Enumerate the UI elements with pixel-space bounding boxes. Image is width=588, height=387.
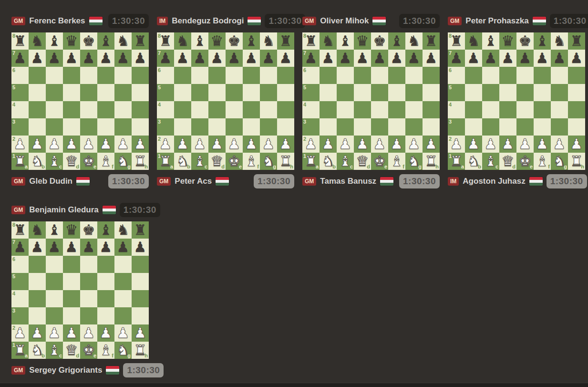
chess-piece-bp: ♟: [174, 50, 191, 67]
board-square: ♟: [465, 50, 482, 67]
game-card[interactable]: GMBenjamin Gledura1:30:308♜♞♝♛♚♝♞♜7♟♟♟♟♟…: [11, 202, 149, 378]
chess-piece-wb: ♝: [46, 342, 63, 359]
board-square: [80, 101, 97, 118]
game-card[interactable]: GMPeter Prohaszka1:30:308♜♞♝♛♚♝♞♜7♟♟♟♟♟♟…: [448, 13, 585, 189]
board-square: h♜: [568, 153, 585, 170]
title-badge: IM: [448, 177, 459, 186]
board-square: 1a♜: [11, 153, 29, 170]
board-square: ♟: [132, 239, 149, 256]
board-square: ♟: [63, 324, 80, 342]
board-square: ♟: [534, 136, 551, 153]
chess-piece-wp: ♟: [277, 136, 294, 153]
chess-piece-bp: ♟: [114, 50, 132, 67]
board-square: [320, 101, 337, 118]
chess-piece-wn: ♞: [174, 153, 191, 170]
chess-piece-bb: ♝: [534, 32, 551, 50]
chess-piece-br: ♜: [11, 221, 29, 239]
chess-piece-bb: ♝: [482, 32, 499, 50]
board-square: 4: [11, 101, 29, 118]
player-clock: 1:30:30: [399, 174, 440, 188]
board-square: [534, 118, 551, 136]
board-square: [405, 101, 423, 118]
board-square: e♚: [371, 153, 388, 170]
rank-label: 5: [158, 85, 161, 90]
chess-piece-bk: ♚: [80, 32, 97, 50]
player-name: Benjamin Gledura: [29, 205, 98, 215]
board-square: ♟: [46, 239, 63, 256]
board-square: [132, 273, 149, 290]
chess-piece-br: ♜: [568, 32, 585, 50]
rank-label: 3: [12, 308, 15, 314]
rank-label: 6: [12, 257, 15, 262]
chess-piece-bp: ♟: [63, 239, 80, 256]
board-square: [243, 118, 260, 136]
chess-board[interactable]: 8♜♞♝♛♚♝♞♜7♟♟♟♟♟♟♟♟65432♟♟♟♟♟♟♟♟1a♜b♞c♝d♛…: [11, 32, 149, 170]
board-square: [499, 84, 516, 101]
board-square: [46, 290, 63, 307]
board-square: f♝: [97, 153, 114, 170]
board-square: 1a♜: [11, 342, 29, 359]
flag-stripe: [89, 22, 103, 25]
player-name: Tamas Banusz: [320, 177, 376, 186]
chess-board[interactable]: 8♜♞♝♛♚♝♞♜7♟♟♟♟♟♟♟♟65432♟♟♟♟♟♟♟♟1a♜b♞c♝d♛…: [448, 32, 585, 170]
board-square: [191, 84, 208, 101]
board-square: [320, 84, 337, 101]
chess-piece-wp: ♟: [302, 136, 320, 153]
chess-piece-wr: ♜: [423, 153, 440, 170]
board-square: [29, 84, 46, 101]
board-square: 6: [157, 67, 174, 84]
board-square: ♜: [568, 32, 585, 50]
player-name: Agoston Juhasz: [463, 177, 525, 186]
chess-piece-bb: ♝: [46, 221, 63, 239]
rank-label: 3: [158, 119, 161, 125]
board-square: 5: [11, 273, 29, 290]
board-square: [191, 101, 208, 118]
board-square: e♚: [80, 153, 97, 170]
chess-piece-wp: ♟: [551, 136, 568, 153]
chess-board[interactable]: 8♜♞♝♛♚♝♞♜7♟♟♟♟♟♟♟♟65432♟♟♟♟♟♟♟♟1a♜b♞c♝d♛…: [11, 221, 149, 359]
chess-piece-bp: ♟: [11, 50, 29, 67]
board-square: ♟: [277, 136, 294, 153]
board-square: e♚: [226, 153, 243, 170]
chess-piece-bn: ♞: [29, 32, 46, 50]
chess-piece-bb: ♝: [337, 32, 354, 50]
board-square: [29, 101, 46, 118]
chess-piece-wq: ♛: [63, 153, 80, 170]
chess-piece-wp: ♟: [29, 324, 46, 342]
flag-stripe: [372, 22, 386, 25]
board-square: [568, 118, 585, 136]
board-square: [277, 84, 294, 101]
board-square: [482, 118, 499, 136]
player-bar-bottom: IMAgoston Juhasz1:30:30: [448, 174, 585, 189]
board-square: [499, 101, 516, 118]
chess-board[interactable]: 8♜♞♝♛♚♝♞♜7♟♟♟♟♟♟♟♟65432♟♟♟♟♟♟♟♟1a♜b♞c♝d♛…: [302, 32, 440, 170]
board-square: [320, 118, 337, 136]
chess-piece-wp: ♟: [320, 136, 337, 153]
player-bar-bottom: GMTamas Banusz1:30:30: [302, 174, 440, 189]
board-square: ♟: [132, 136, 149, 153]
board-square: ♟: [46, 324, 63, 342]
chess-piece-bn: ♞: [405, 32, 423, 50]
board-square: h♜: [132, 342, 149, 359]
game-card[interactable]: IMBendeguz Bodrogi1:30:308♜♞♝♛♚♝♞♜7♟♟♟♟♟…: [157, 13, 294, 189]
game-card[interactable]: GMOliver Mihok1:30:308♜♞♝♛♚♝♞♜7♟♟♟♟♟♟♟♟6…: [302, 13, 440, 189]
board-square: ♟: [174, 50, 191, 67]
chess-piece-bp: ♟: [157, 50, 174, 67]
board-square: ♟: [80, 239, 97, 256]
player-clock: 1:30:30: [265, 14, 305, 28]
game-card[interactable]: GMFerenc Berkes1:30:308♜♞♝♛♚♝♞♜7♟♟♟♟♟♟♟♟…: [11, 13, 149, 189]
chess-piece-wp: ♟: [114, 136, 132, 153]
board-square: 5: [302, 84, 320, 101]
chess-piece-wq: ♛: [63, 342, 80, 359]
board-square: [551, 101, 568, 118]
chess-piece-bk: ♚: [516, 32, 534, 50]
chess-board[interactable]: 8♜♞♝♛♚♝♞♜7♟♟♟♟♟♟♟♟65432♟♟♟♟♟♟♟♟1a♜b♞c♝d♛…: [157, 32, 294, 170]
board-square: [371, 118, 388, 136]
board-square: ♟: [423, 136, 440, 153]
board-square: ♞: [114, 32, 132, 50]
chess-piece-bq: ♛: [208, 32, 226, 50]
chess-piece-wn: ♞: [114, 153, 132, 170]
chess-piece-wq: ♛: [208, 153, 226, 170]
chess-piece-bp: ♟: [63, 50, 80, 67]
chess-piece-wn: ♞: [29, 342, 46, 359]
